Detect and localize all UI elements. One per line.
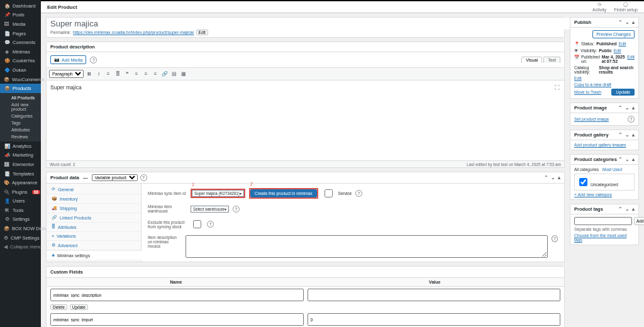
add-gallery-link[interactable]: Add product gallery images — [574, 143, 635, 147]
sidebar-item-marketing[interactable]: 📣 Marketing — [0, 151, 41, 160]
cf-value-input-0[interactable] — [308, 289, 561, 301]
permalink-url[interactable]: https://dev.minimax.croatia.hr/index.php… — [73, 30, 194, 35]
tab-shipping[interactable]: 🚚Shipping — [47, 204, 141, 213]
cf-value-input-1[interactable] — [308, 313, 561, 326]
cf-name-input-0[interactable] — [50, 289, 304, 301]
tab-minimax-settings[interactable]: ◈Minimax settings — [47, 250, 142, 260]
toggle-icon[interactable]: ▴ — [632, 19, 635, 25]
help-icon[interactable]: ? — [355, 190, 362, 197]
sidebar-item-media[interactable]: 🖼 Media — [0, 19, 41, 29]
chevron-down-icon[interactable]: ⌄ — [625, 157, 630, 162]
copy-draft-link[interactable]: Copy to a new draft — [574, 82, 635, 87]
sidebar-item-dashboard[interactable]: 🏠 Dashboard — [0, 1, 41, 11]
service-checkbox[interactable] — [325, 189, 333, 197]
tab-advanced[interactable]: ⚙Advanced — [47, 241, 141, 250]
sidebar-item-users[interactable]: 👤 Users — [0, 197, 41, 206]
help-icon[interactable]: ? — [140, 174, 147, 181]
tab-attributes[interactable]: ≣Attributes — [47, 223, 141, 232]
permalink-edit-button[interactable]: Edit — [196, 30, 208, 35]
preview-changes-button[interactable]: Preview Changes — [592, 30, 635, 38]
chevron-up-icon[interactable]: ⌃ — [544, 175, 548, 180]
sidebar-item-appearance[interactable]: 🎨 Appearance — [0, 178, 41, 187]
sidebar-item-templates[interactable]: 📑 Templates — [0, 169, 41, 179]
status-edit-link[interactable]: Edit — [619, 42, 626, 46]
help-icon[interactable]: ? — [207, 221, 214, 228]
cat-tab-all[interactable]: All categories — [574, 167, 599, 172]
subitem-attributes[interactable]: Attributes — [11, 126, 41, 133]
subitem-tags[interactable]: Tags — [11, 119, 41, 126]
activity-button[interactable]: ◷ Activity — [592, 2, 606, 12]
link-button[interactable]: 🔗 — [161, 71, 169, 77]
sidebar-item-analytics[interactable]: 📊 Analytics — [0, 141, 41, 151]
chevron-up-icon[interactable]: ⌃ — [618, 19, 623, 25]
subitem-all-products[interactable]: All Products — [11, 94, 41, 101]
toggle-icon[interactable]: ▴ — [558, 175, 560, 180]
subitem-categories[interactable]: Categories — [11, 113, 41, 119]
set-product-image-link[interactable]: Set product image — [574, 117, 609, 121]
help-icon[interactable]: ? — [628, 116, 635, 123]
cf-name-input-1[interactable] — [50, 313, 304, 326]
ul-button[interactable]: ≡ — [104, 71, 112, 77]
chevron-up-icon[interactable]: ⌃ — [618, 157, 623, 162]
toggle-icon[interactable]: ▴ — [632, 105, 635, 111]
update-button[interactable]: Update — [611, 89, 635, 96]
tab-text[interactable]: Text — [543, 57, 560, 63]
toggle-icon[interactable]: ▴ — [632, 132, 635, 138]
align-center-button[interactable]: ≡ — [142, 71, 150, 77]
visibility-edit-link[interactable]: Edit — [614, 48, 621, 53]
chevron-up-icon[interactable]: ⌃ — [618, 206, 623, 212]
quote-button[interactable]: ❝ — [123, 71, 131, 77]
italic-button[interactable]: I — [95, 71, 103, 77]
tab-inventory[interactable]: 📦Inventory — [47, 194, 141, 204]
sidebar-item-cmp[interactable]: ⚙ CMP Settings — [0, 233, 41, 243]
published-edit-link[interactable]: Edit — [627, 55, 635, 59]
create-product-minimax-button[interactable]: Create this product in minimax — [250, 189, 317, 197]
cf-delete-button[interactable]: Delete — [50, 304, 67, 310]
warehouse-dropdown[interactable]: Select warehouse▾ — [191, 206, 229, 213]
help-icon[interactable]: ? — [233, 206, 240, 213]
chevron-down-icon[interactable]: ⌄ — [551, 175, 555, 180]
sidebar-item-elementor[interactable]: 🅴 Elementor — [0, 160, 41, 169]
cat-tab-most-used[interactable]: Most Used — [602, 167, 622, 172]
sidebar-item-settings[interactable]: ⚙ Settings — [0, 215, 41, 224]
move-to-trash-link[interactable]: Move to Trash — [574, 90, 601, 94]
toggle-icon[interactable]: ▴ — [632, 157, 635, 162]
choose-tags-link[interactable]: Choose from the most used tags — [574, 233, 635, 242]
invoice-description-input[interactable] — [186, 235, 548, 258]
finish-setup-button[interactable]: ◯ Finish setup — [614, 2, 638, 12]
tab-visual[interactable]: Visual — [521, 57, 542, 63]
sidebar-item-cookieyes[interactable]: 🍪 CookieYes — [0, 57, 41, 66]
product-type-select[interactable]: Variable product — [92, 174, 138, 181]
category-checkbox-uncategorized[interactable] — [579, 178, 587, 186]
expand-icon[interactable]: ⛶ — [555, 84, 560, 157]
sidebar-item-woocommerce[interactable]: 📦 WooCommerce — [0, 75, 41, 84]
sidebar-item-comments[interactable]: 💬 Comments — [0, 38, 41, 47]
sidebar-item-minimax[interactable]: ◈ Minimax — [0, 47, 41, 57]
subitem-reviews[interactable]: Reviews — [11, 133, 41, 140]
bold-button[interactable]: B — [86, 71, 93, 77]
add-category-link[interactable]: + Add new category — [574, 192, 635, 197]
chevron-up-icon[interactable]: ⌃ — [618, 105, 623, 111]
cf-update-button[interactable]: Update — [70, 304, 88, 310]
tag-input[interactable] — [574, 217, 632, 225]
category-item-uncategorized[interactable]: Uncategorized — [577, 182, 618, 187]
sidebar-item-dokan[interactable]: 🔷 Dokan — [0, 65, 41, 75]
chevron-down-icon[interactable]: ⌄ — [625, 132, 630, 138]
sidebar-item-posts[interactable]: 📌 Posts — [0, 11, 41, 20]
sidebar-item-tools[interactable]: 🛠 Tools — [0, 206, 41, 215]
more-button[interactable]: ▦ — [180, 71, 187, 77]
subitem-add-product[interactable]: Add new product — [11, 101, 41, 113]
help-icon[interactable]: ? — [552, 235, 558, 242]
chevron-down-icon[interactable]: ⌄ — [625, 19, 630, 25]
format-select[interactable]: Paragraph — [49, 70, 84, 78]
chevron-up-icon[interactable]: ⌃ — [618, 132, 623, 138]
catalog-vis-edit-link[interactable]: Edit — [574, 76, 635, 80]
editor-content[interactable]: Super majica ⛶ — [47, 80, 564, 160]
ol-button[interactable]: ≣ — [114, 71, 121, 77]
chevron-down-icon[interactable]: ⌄ — [625, 105, 630, 111]
tab-linked[interactable]: 🔗Linked Products — [47, 213, 141, 223]
exclude-checkbox[interactable] — [193, 220, 201, 228]
align-left-button[interactable]: ≡ — [133, 71, 140, 77]
tag-add-button[interactable]: Add — [634, 217, 644, 225]
product-title-input[interactable] — [47, 18, 572, 30]
